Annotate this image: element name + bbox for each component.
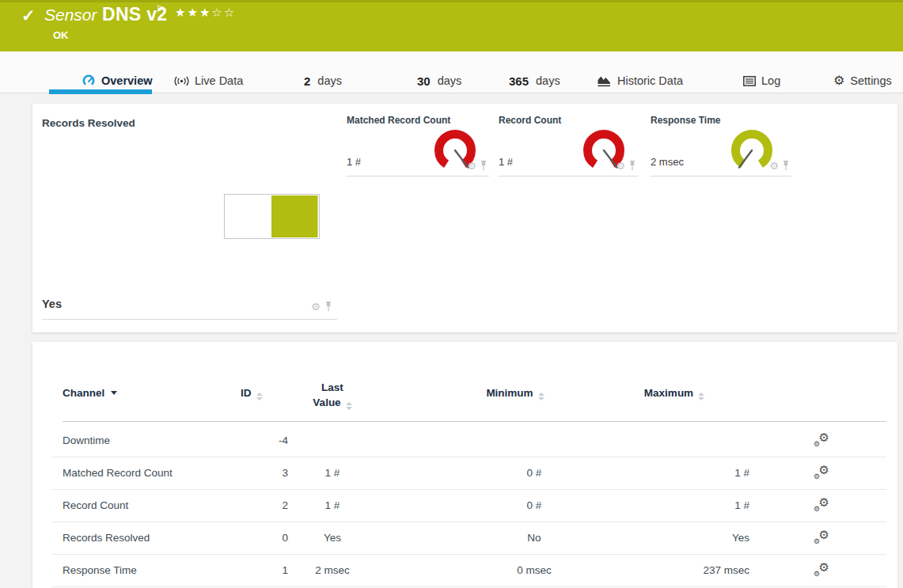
table-row-response-time: Response Time 1 2 msec 0 msec 237 msec ⚙…	[51, 555, 886, 587]
channel-settings-gears-icon[interactable]: ⚙⚙	[814, 499, 829, 513]
table-row-record-count: Record Count 2 1 # 0 # 1 # ⚙⚙	[51, 490, 886, 522]
cell-minimum: 0 msec	[475, 555, 594, 586]
column-header-channel-label: Channel	[63, 387, 104, 399]
records-resolved-indicator	[224, 194, 320, 239]
channel-settings-gears-icon[interactable]: ⚙⚙	[814, 563, 829, 578]
tab-settings-label: Settings	[850, 74, 891, 87]
cell-channel: Response Time	[63, 555, 137, 586]
cell-last-value: Yes	[293, 522, 372, 554]
pin-icon[interactable]	[324, 302, 332, 312]
column-header-minimum-label: Minimum	[486, 387, 533, 399]
gauge-title: Matched Record Count	[347, 115, 450, 126]
cell-id: 0	[225, 522, 288, 554]
gauge-panel-matched-record-count: Matched Record Count 1 # ⚙	[347, 115, 489, 176]
cell-maximum: Yes	[631, 522, 749, 554]
cell-id: -4	[225, 425, 288, 457]
tab-bar: Overview Live Data 2 days 30 days 365 da…	[0, 51, 903, 93]
gear-icon[interactable]: ⚙	[769, 161, 779, 171]
area-chart-icon	[597, 75, 612, 87]
sensor-status-header: ✓ Sensor DNS v2 ⚐ ★★★☆☆ OK	[0, 0, 903, 51]
tab-overview-label: Overview	[101, 74, 153, 87]
channel-settings-gears-icon[interactable]: ⚙⚙	[814, 531, 829, 545]
pin-icon[interactable]	[628, 161, 636, 171]
column-header-last-value[interactable]: Last Value	[293, 380, 372, 410]
cell-minimum: No	[475, 522, 594, 554]
channel-settings-gears-icon[interactable]: ⚙⚙	[814, 434, 829, 448]
table-row-downtime: Downtime -4 ⚙⚙	[51, 425, 886, 457]
sort-icon	[538, 393, 544, 400]
cell-id: 1	[225, 555, 288, 586]
panel-divider	[42, 319, 337, 320]
gauge-tools: ⚙	[467, 161, 488, 171]
cell-maximum: 237 msec	[631, 555, 749, 586]
cell-id: 2	[225, 490, 288, 522]
settings-gear-icon: ⚙	[833, 74, 844, 87]
column-header-minimum[interactable]: Minimum	[460, 387, 571, 400]
overview-panels-card: Records Resolved Yes ⚙ Matched Record Co…	[32, 104, 897, 332]
column-header-maximum-label: Maximum	[644, 387, 693, 399]
cell-maximum: 1 #	[631, 457, 749, 489]
gauge-value: 1 #	[499, 156, 513, 168]
records-resolved-title: Records Resolved	[42, 117, 135, 129]
tab-log[interactable]: Log	[743, 72, 780, 89]
sort-icon	[698, 393, 704, 400]
gauge-title: Record Count	[499, 115, 561, 126]
sensor-overview-page: ✓ Sensor DNS v2 ⚐ ★★★☆☆ OK Overview Live…	[0, 0, 903, 588]
cell-id: 3	[225, 457, 288, 489]
cell-last-value: 1 #	[293, 490, 372, 522]
tab-historic-data[interactable]: Historic Data	[597, 72, 683, 89]
tab-overview[interactable]: Overview	[82, 72, 153, 89]
cell-channel: Record Count	[63, 490, 128, 522]
tab-log-label: Log	[761, 74, 780, 87]
channel-table-card: Channel ID Last Value Minimum Maximum Do…	[32, 342, 897, 588]
column-header-id[interactable]: ID	[241, 387, 263, 400]
channel-settings-gears-icon[interactable]: ⚙⚙	[814, 466, 829, 480]
stars-empty: ☆☆	[211, 6, 236, 19]
pin-icon[interactable]	[480, 161, 488, 171]
records-resolved-value: Yes	[42, 298, 62, 310]
status-check-icon: ✓	[21, 6, 36, 25]
cell-last-value: 1 #	[293, 457, 372, 489]
column-header-last-label: Last	[321, 381, 343, 393]
cell-minimum: 0 #	[475, 457, 594, 489]
gear-icon[interactable]: ⚙	[616, 161, 625, 171]
log-icon	[743, 76, 756, 86]
pin-icon[interactable]	[782, 161, 790, 171]
column-header-channel[interactable]: Channel	[63, 387, 117, 399]
cell-channel: Records Resolved	[63, 522, 150, 554]
tab-30-days[interactable]: 30 days	[417, 72, 461, 89]
column-header-value-label: Value	[313, 396, 340, 408]
cell-maximum: 1 #	[631, 490, 749, 522]
cell-channel: Matched Record Count	[63, 457, 173, 489]
gauge-tools: ⚙	[616, 161, 636, 171]
broadcast-icon	[174, 75, 189, 87]
table-header-divider	[63, 421, 886, 422]
gear-icon[interactable]: ⚙	[311, 302, 321, 312]
active-tab-indicator	[49, 89, 152, 94]
gauge-value: 2 msec	[651, 156, 684, 168]
gear-icon[interactable]: ⚙	[467, 161, 476, 171]
gauge-tools: ⚙	[769, 161, 790, 171]
sort-desc-icon	[111, 391, 117, 395]
priority-stars[interactable]: ★★★☆☆	[175, 6, 236, 20]
status-badge: OK	[53, 29, 69, 41]
gauge-icon	[82, 74, 96, 88]
gauge-value: 1 #	[347, 156, 361, 168]
tab-live-data[interactable]: Live Data	[174, 72, 243, 89]
flag-icon[interactable]: ⚐	[156, 3, 165, 15]
tab-365-days-label: days	[536, 74, 560, 87]
tab-365-days[interactable]: 365 days	[509, 72, 560, 89]
sensor-kind-label: Sensor	[44, 6, 97, 25]
cell-last-value: 2 msec	[293, 555, 372, 586]
column-header-maximum[interactable]: Maximum	[619, 387, 730, 400]
tab-2-days[interactable]: 2 days	[304, 72, 342, 89]
stars-filled: ★★★	[175, 6, 211, 19]
sort-icon	[346, 402, 352, 410]
tab-30-days-label: days	[438, 74, 462, 87]
gauge-title: Response Time	[651, 115, 720, 126]
tab-30-days-number: 30	[417, 74, 431, 88]
column-header-id-label: ID	[241, 387, 252, 399]
gauge-panel-response-time: Response Time 2 msec ⚙	[651, 115, 791, 176]
gauge-panel-record-count: Record Count 1 # ⚙	[499, 115, 638, 176]
tab-settings[interactable]: ⚙ Settings	[833, 72, 892, 89]
